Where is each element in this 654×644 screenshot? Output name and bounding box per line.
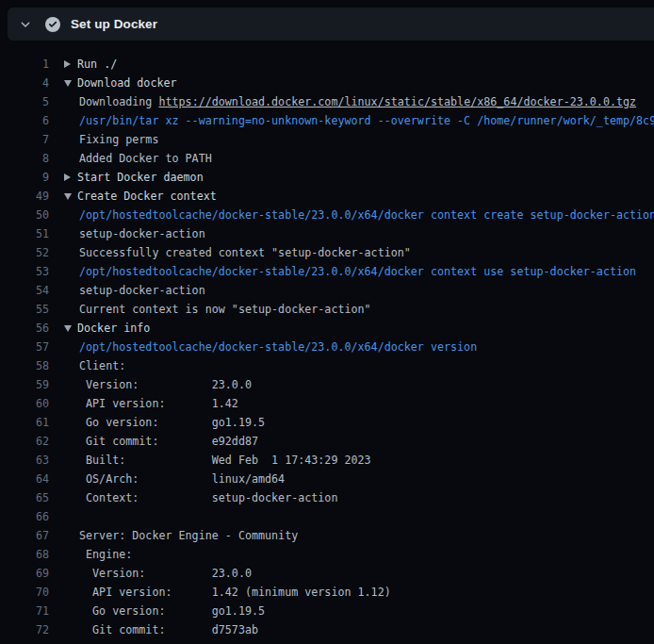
line-content: Create Docker context	[64, 187, 654, 206]
line-number[interactable]: 63	[0, 451, 49, 470]
line-number[interactable]: 65	[0, 488, 49, 507]
line-content: OS/Arch: linux/amd64	[64, 470, 654, 488]
line-number[interactable]: 53	[0, 262, 49, 281]
log-line: 63 Built: Wed Feb 1 17:43:29 2023	[0, 451, 654, 470]
group-title[interactable]: Start Docker daemon	[77, 168, 204, 187]
group-title[interactable]: Run ./	[77, 55, 117, 74]
log-text: Engine:	[79, 545, 132, 564]
step-header[interactable]: Set up Docker	[8, 8, 654, 41]
line-number[interactable]: 4	[0, 74, 49, 92]
group-title[interactable]: Download docker	[77, 74, 177, 92]
line-content: Docker info	[64, 319, 654, 338]
log-text: Server: Docker Engine - Community	[79, 526, 298, 545]
line-number[interactable]: 68	[0, 545, 49, 564]
line-number[interactable]: 56	[0, 319, 49, 338]
triangle-glyph	[64, 325, 72, 332]
log-link[interactable]: https://download.docker.com/linux/static…	[158, 92, 636, 111]
line-number[interactable]: 71	[0, 602, 49, 620]
line-number[interactable]: 69	[0, 564, 49, 583]
line-number[interactable]: 9	[0, 168, 49, 187]
line-number[interactable]: 55	[0, 300, 49, 319]
triangle-down-icon[interactable]	[64, 193, 77, 200]
line-number[interactable]: 8	[0, 149, 49, 168]
log-line: 7Fixing perms	[0, 130, 654, 149]
log-text: Added Docker to PATH	[79, 149, 212, 168]
log-line: 55Current context is now "setup-docker-a…	[0, 300, 654, 319]
group-title[interactable]: Create Docker context	[77, 187, 217, 206]
line-number[interactable]: 6	[0, 111, 49, 130]
log-text: Go version: go1.19.5	[79, 602, 265, 620]
line-content: setup-docker-action	[64, 281, 654, 300]
group-title[interactable]: Docker info	[77, 319, 150, 338]
line-number[interactable]: 49	[0, 187, 49, 206]
line-content: Download docker	[64, 74, 654, 92]
line-number[interactable]: 59	[0, 375, 49, 394]
line-content: Client:	[64, 356, 654, 375]
line-number[interactable]: 1	[0, 55, 49, 74]
line-content: /opt/hostedtoolcache/docker-stable/23.0.…	[64, 338, 654, 356]
log-text: Git commit: d7573ab	[79, 620, 258, 639]
log-line: 70 API version: 1.42 (minimum version 1.…	[0, 583, 654, 602]
triangle-right-icon[interactable]	[64, 173, 77, 181]
check-circle-icon	[45, 17, 60, 32]
line-number[interactable]: 52	[0, 243, 49, 262]
log-line: 58Client:	[0, 356, 654, 375]
log-line: 51setup-docker-action	[0, 224, 654, 243]
log-text: Git commit: e92dd87	[79, 432, 258, 451]
line-number[interactable]: 51	[0, 224, 49, 243]
log-text: setup-docker-action	[79, 281, 205, 300]
log-command-text: /opt/hostedtoolcache/docker-stable/23.0.…	[79, 206, 654, 224]
log-text: OS/Arch: linux/amd64	[79, 470, 285, 488]
line-content: API version: 1.42 (minimum version 1.12)	[64, 583, 654, 602]
triangle-glyph	[64, 60, 71, 68]
log-group-line[interactable]: 49Create Docker context	[0, 187, 654, 206]
log-text: setup-docker-action	[79, 224, 205, 243]
line-content: API version: 1.42	[64, 394, 654, 413]
log-line: 61 Go version: go1.19.5	[0, 413, 654, 432]
line-number[interactable]: 7	[0, 130, 49, 149]
log-group-line[interactable]: 9Start Docker daemon	[0, 168, 654, 187]
line-number[interactable]: 72	[0, 620, 49, 639]
line-content: Current context is now "setup-docker-act…	[64, 300, 654, 319]
log-line: 53/opt/hostedtoolcache/docker-stable/23.…	[0, 262, 654, 281]
log-group-line[interactable]: 4Download docker	[0, 74, 654, 92]
chevron-down-icon[interactable]	[20, 19, 31, 30]
line-number[interactable]: 66	[0, 507, 49, 526]
log-line: 57/opt/hostedtoolcache/docker-stable/23.…	[0, 338, 654, 356]
line-number[interactable]: 54	[0, 281, 49, 300]
line-number[interactable]: 58	[0, 356, 49, 375]
log-line: 68 Engine:	[0, 545, 654, 564]
line-number[interactable]: 67	[0, 526, 49, 545]
log-line: 71 Go version: go1.19.5	[0, 602, 654, 620]
log-command-text: /opt/hostedtoolcache/docker-stable/23.0.…	[79, 262, 636, 281]
line-content: /usr/bin/tar xz --warning=no-unknown-key…	[64, 111, 654, 130]
log-line: 72 Git commit: d7573ab	[0, 620, 654, 639]
line-number[interactable]: 64	[0, 470, 49, 488]
log-line: 64 OS/Arch: linux/amd64	[0, 470, 654, 488]
log-text: Fixing perms	[79, 130, 158, 149]
log-text: Go version: go1.19.5	[79, 413, 265, 432]
triangle-down-icon[interactable]	[64, 80, 77, 87]
triangle-right-icon[interactable]	[64, 60, 77, 68]
line-content: /opt/hostedtoolcache/docker-stable/23.0.…	[64, 206, 654, 224]
line-content: Version: 23.0.0	[64, 375, 654, 394]
line-content: /opt/hostedtoolcache/docker-stable/23.0.…	[64, 262, 654, 281]
line-content: Go version: go1.19.5	[64, 413, 654, 432]
line-number[interactable]: 62	[0, 432, 49, 451]
log-command-text: /usr/bin/tar xz --warning=no-unknown-key…	[79, 111, 654, 130]
line-content: Engine:	[64, 545, 654, 564]
log-text: Version: 23.0.0	[79, 375, 252, 394]
line-content	[64, 507, 654, 526]
log-group-line[interactable]: 56Docker info	[0, 319, 654, 338]
line-number[interactable]: 60	[0, 394, 49, 413]
line-content: Context: setup-docker-action	[64, 488, 654, 507]
step-title: Set up Docker	[71, 17, 157, 31]
line-number[interactable]: 57	[0, 338, 49, 356]
triangle-down-icon[interactable]	[64, 325, 77, 332]
log-group-line[interactable]: 1Run ./	[0, 55, 654, 74]
line-number[interactable]: 61	[0, 413, 49, 432]
line-number[interactable]: 70	[0, 583, 49, 602]
line-number[interactable]: 50	[0, 206, 49, 224]
line-number[interactable]: 5	[0, 92, 49, 111]
actions-log-page: { "colors":{ "page_background":"#07090e"…	[0, 0, 654, 644]
